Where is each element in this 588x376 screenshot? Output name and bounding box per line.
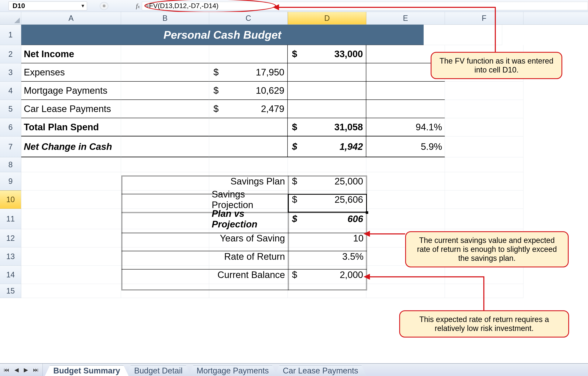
cell-F11[interactable] [445,209,524,229]
fill-handle[interactable] [366,211,368,214]
tab-budget-summary[interactable]: Budget Summary [45,365,129,376]
tab-nav-first-icon[interactable]: ⏮ [2,366,11,374]
cell-A10[interactable] [21,190,121,209]
col-header-B[interactable]: B [121,12,209,24]
col-header-A[interactable]: A [21,12,121,24]
cell-F7[interactable] [445,136,524,157]
row-header-10[interactable]: 10 [0,190,21,209]
cell-C15[interactable] [209,284,288,298]
cell-D3[interactable] [288,63,366,82]
cell-C9[interactable]: Savings Plan [209,172,288,190]
row-header-9[interactable]: 9 [0,172,21,190]
row-header-4[interactable]: 4 [0,82,21,100]
cancel-icon[interactable]: ⏺ [100,2,108,10]
cell-C10[interactable]: Savings Projection [209,190,288,209]
cell-D15[interactable] [288,284,366,298]
cell-F10[interactable] [445,190,524,209]
cell-E8[interactable] [366,157,445,172]
cell-A5[interactable]: Car Lease Payments [21,100,121,118]
row-header-12[interactable]: 12 [0,229,21,247]
cell-F1[interactable] [424,25,502,45]
cell-A6[interactable]: Total Plan Spend [21,118,121,136]
cell-B8[interactable] [121,157,209,172]
cell-C12[interactable]: Years of Saving [209,229,288,247]
cell-E15[interactable] [366,284,445,298]
cell-E9[interactable] [366,172,445,190]
row-header-1[interactable]: 1 [0,25,21,45]
row-header-11[interactable]: 11 [0,209,21,229]
cell-C4[interactable]: $10,629 [209,82,288,100]
cell-A11[interactable] [21,209,121,229]
formula-input[interactable]: =FV(D13,D12,-D7,-D14) [142,2,588,10]
cell-C5[interactable]: $2,479 [209,100,288,118]
cell-B9[interactable] [121,172,209,190]
cell-E14[interactable] [366,266,445,284]
cell-B7[interactable] [121,136,209,157]
cell-F6[interactable] [445,118,524,136]
cell-A9[interactable] [21,172,121,190]
cell-A3[interactable]: Expenses [21,63,121,82]
cell-B10[interactable] [121,190,209,209]
cell-B12[interactable] [121,229,209,247]
cell-B4[interactable] [121,82,209,100]
cell-D11[interactable]: $606 [288,209,366,229]
tab-mortgage-payments[interactable]: Mortgage Payments [188,365,277,376]
cell-B15[interactable] [121,284,209,298]
cell-B5[interactable] [121,100,209,118]
cell-D9[interactable]: $25,000 [288,172,366,190]
col-header-E[interactable]: E [366,12,445,24]
cell-C2[interactable] [209,45,288,63]
cell-C6[interactable] [209,118,288,136]
cell-E10[interactable] [366,190,445,209]
cell-A8[interactable] [21,157,121,172]
cell-B11[interactable] [121,209,209,229]
name-box[interactable]: D10 ▼ [9,1,87,11]
col-header-C[interactable]: C [209,12,288,24]
row-header-15[interactable]: 15 [0,284,21,298]
cell-E6[interactable]: 94.1% [366,118,445,136]
tab-budget-detail[interactable]: Budget Detail [126,365,191,376]
cell-C13[interactable]: Rate of Return [209,247,288,266]
cell-C14[interactable]: Current Balance [209,266,288,284]
cell-C11[interactable]: Plan vs Projection [209,209,288,229]
cell-D14[interactable]: $2,000 [288,266,366,284]
cell-E7[interactable]: 5.9% [366,136,445,157]
cell-E11[interactable] [366,209,445,229]
cell-B13[interactable] [121,247,209,266]
cell-C3[interactable]: $17,950 [209,63,288,82]
cell-A2[interactable]: Net Income [21,45,121,63]
cell-B3[interactable] [121,63,209,82]
cell-A13[interactable] [21,247,121,266]
dropdown-icon[interactable]: ▼ [81,3,85,9]
cell-B2[interactable] [121,45,209,63]
fx-icon[interactable]: fx [136,2,140,10]
cell-D6[interactable]: $31,058 [288,118,366,136]
row-header-7[interactable]: 7 [0,136,21,157]
cell-D10[interactable]: $25,606 [288,190,366,209]
cell-D8[interactable] [288,157,366,172]
title-cell[interactable]: Personal Cash Budget [21,25,424,45]
cell-E5[interactable] [366,100,445,118]
cell-C7[interactable] [209,136,288,157]
col-header-D[interactable]: D [288,12,366,24]
row-header-13[interactable]: 13 [0,247,21,266]
cell-D4[interactable] [288,82,366,100]
row-header-6[interactable]: 6 [0,118,21,136]
cell-B6[interactable] [121,118,209,136]
cell-D2[interactable]: $33,000 [288,45,366,63]
select-all-corner[interactable] [0,12,21,24]
cell-F8[interactable] [445,157,524,172]
tab-nav-next-icon[interactable]: ▶ [22,366,30,374]
cell-D7[interactable]: $1,942 [288,136,366,157]
col-header-F[interactable]: F [445,12,524,24]
cell-F4[interactable] [445,82,524,100]
cell-A7[interactable]: Net Change in Cash [21,136,121,157]
cell-F9[interactable] [445,172,524,190]
cell-D13[interactable]: 3.5% [288,247,366,266]
cell-C8[interactable] [209,157,288,172]
row-header-2[interactable]: 2 [0,45,21,63]
tab-car-lease-payments[interactable]: Car Lease Payments [274,365,367,376]
row-header-8[interactable]: 8 [0,157,21,172]
cell-A4[interactable]: Mortgage Payments [21,82,121,100]
cell-E4[interactable] [366,82,445,100]
